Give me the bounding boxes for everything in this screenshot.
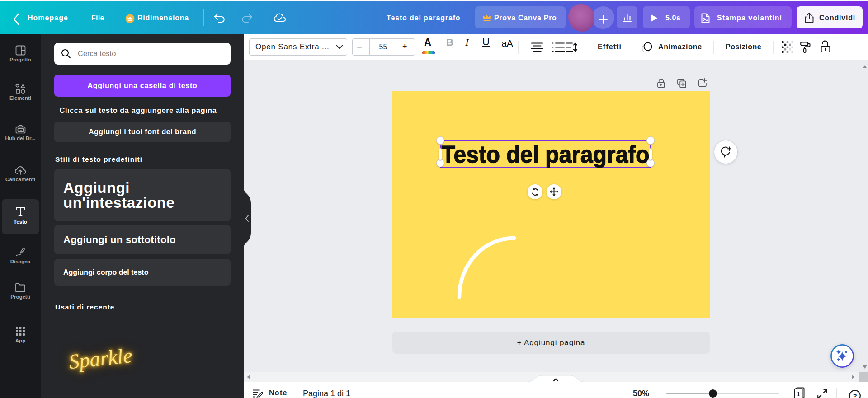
svg-text:co.: co. xyxy=(19,129,23,131)
svg-text:1: 1 xyxy=(797,391,800,398)
svg-text:?: ? xyxy=(853,392,857,398)
